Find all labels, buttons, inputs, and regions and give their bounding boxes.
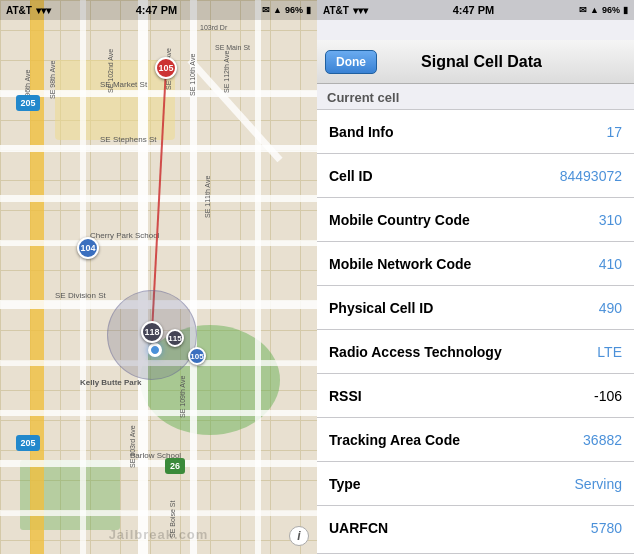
data-battery: 96% bbox=[602, 5, 620, 15]
svg-text:SE 103rd Ave: SE 103rd Ave bbox=[129, 425, 136, 468]
row-label-cell-id: Cell ID bbox=[329, 168, 373, 184]
svg-text:SE 109th Ave: SE 109th Ave bbox=[179, 376, 186, 418]
pin-104[interactable]: 104 bbox=[77, 237, 99, 259]
row-label-band-info: Band Info bbox=[329, 124, 394, 140]
table-row: Band Info 17 bbox=[317, 110, 634, 154]
carrier-label: AT&T bbox=[6, 5, 32, 16]
row-value-rssi: -106 bbox=[594, 388, 622, 404]
svg-rect-8 bbox=[0, 90, 317, 97]
svg-text:103rd Dr: 103rd Dr bbox=[200, 24, 228, 31]
row-label-mnc: Mobile Network Code bbox=[329, 256, 471, 272]
row-value-cell-id: 84493072 bbox=[560, 168, 622, 184]
pin-105-top[interactable]: 105 bbox=[155, 57, 177, 79]
svg-text:SE 111th Ave: SE 111th Ave bbox=[204, 176, 211, 218]
map-watermark: Jailbreak.com bbox=[109, 527, 209, 542]
section-header: Current cell bbox=[317, 84, 634, 109]
row-value-uarfcn: 5780 bbox=[591, 520, 622, 536]
row-label-uarfcn: UARFCN bbox=[329, 520, 388, 536]
table-row: RSSI -106 bbox=[317, 374, 634, 418]
data-wifi-icon: ▾▾▾ bbox=[353, 5, 368, 16]
table-row: Mobile Network Code 410 bbox=[317, 242, 634, 286]
data-loc-icon: ▲ bbox=[590, 5, 599, 15]
row-label-rssi: RSSI bbox=[329, 388, 362, 404]
row-value-band-info: 17 bbox=[606, 124, 622, 140]
row-value-pcid: 490 bbox=[599, 300, 622, 316]
map-panel: SE Market St SE Stephens St Cherry Park … bbox=[0, 0, 317, 554]
svg-text:SE Division St: SE Division St bbox=[55, 291, 106, 300]
signal-data-table: Band Info 17 Cell ID 84493072 Mobile Cou… bbox=[317, 109, 634, 554]
svg-text:SE 110th Ave: SE 110th Ave bbox=[189, 54, 196, 96]
svg-text:SE 112th Ave: SE 112th Ave bbox=[223, 51, 230, 93]
svg-rect-11 bbox=[0, 240, 317, 246]
highway-26: 26 bbox=[165, 458, 185, 474]
svg-rect-14 bbox=[0, 410, 317, 416]
mail-icon: ✉ bbox=[262, 5, 270, 15]
location-icon: ▲ bbox=[273, 5, 282, 15]
clock: 4:47 PM bbox=[136, 4, 178, 16]
svg-rect-15 bbox=[0, 460, 317, 467]
svg-rect-16 bbox=[0, 510, 317, 516]
svg-rect-7 bbox=[30, 0, 44, 554]
pin-105-bottom[interactable]: 105 bbox=[188, 347, 206, 365]
nav-title: Signal Cell Data bbox=[385, 53, 578, 71]
row-value-mnc: 410 bbox=[599, 256, 622, 272]
wifi-icon: ▾▾▾ bbox=[36, 5, 51, 16]
row-value-mcc: 310 bbox=[599, 212, 622, 228]
data-panel: AT&T ▾▾▾ 4:47 PM ✉ ▲ 96% ▮ Done Signal C… bbox=[317, 0, 634, 554]
row-label-pcid: Physical Cell ID bbox=[329, 300, 433, 316]
table-row: Type Serving bbox=[317, 462, 634, 506]
current-location-dot bbox=[148, 343, 162, 357]
table-row: Physical Cell ID 490 bbox=[317, 286, 634, 330]
data-battery-icon: ▮ bbox=[623, 5, 628, 15]
table-row: Radio Access Technology LTE bbox=[317, 330, 634, 374]
map-info-button[interactable]: i bbox=[289, 526, 309, 546]
data-clock: 4:47 PM bbox=[453, 4, 495, 16]
svg-text:SE 98th Ave: SE 98th Ave bbox=[49, 60, 56, 99]
table-row: Mobile Country Code 310 bbox=[317, 198, 634, 242]
highway-205-bottom: 205 bbox=[16, 435, 40, 451]
svg-text:SE Main St: SE Main St bbox=[215, 44, 250, 51]
row-label-type: Type bbox=[329, 476, 361, 492]
pin-118[interactable]: 118 bbox=[141, 321, 163, 343]
svg-text:SE Stephens St: SE Stephens St bbox=[100, 135, 157, 144]
svg-text:Kelly Butte Park: Kelly Butte Park bbox=[80, 378, 142, 387]
svg-rect-6 bbox=[80, 0, 86, 554]
battery-icon: ▮ bbox=[306, 5, 311, 15]
battery-label: 96% bbox=[285, 5, 303, 15]
map-roads-svg: SE Market St SE Stephens St Cherry Park … bbox=[0, 0, 317, 554]
pin-115[interactable]: 115 bbox=[166, 329, 184, 347]
data-mail-icon: ✉ bbox=[579, 5, 587, 15]
table-row: UARFCN 5780 bbox=[317, 506, 634, 550]
map-status-bar: AT&T ▾▾▾ 4:47 PM ✉ ▲ 96% ▮ bbox=[0, 0, 317, 20]
nav-bar: Done Signal Cell Data bbox=[317, 40, 634, 84]
row-label-mcc: Mobile Country Code bbox=[329, 212, 470, 228]
svg-text:Cherry Park School: Cherry Park School bbox=[90, 231, 160, 240]
svg-rect-5 bbox=[255, 0, 261, 554]
done-button[interactable]: Done bbox=[325, 50, 377, 74]
table-row: Cell ID 84493072 bbox=[317, 154, 634, 198]
data-carrier: AT&T bbox=[323, 5, 349, 16]
row-label-rat: Radio Access Technology bbox=[329, 344, 502, 360]
row-value-tac: 36882 bbox=[583, 432, 622, 448]
row-label-tac: Tracking Area Code bbox=[329, 432, 460, 448]
svg-text:SE 102nd Ave: SE 102nd Ave bbox=[107, 49, 114, 93]
highway-205-top: 205 bbox=[16, 95, 40, 111]
row-value-type: Serving bbox=[575, 476, 622, 492]
data-status-bar: AT&T ▾▾▾ 4:47 PM ✉ ▲ 96% ▮ bbox=[317, 0, 634, 20]
row-value-rat: LTE bbox=[597, 344, 622, 360]
table-row: Tracking Area Code 36882 bbox=[317, 418, 634, 462]
